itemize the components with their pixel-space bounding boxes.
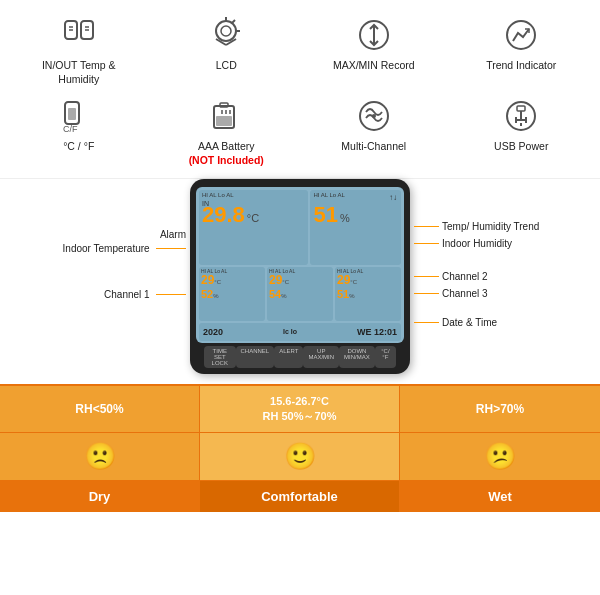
comfortable-range-cell: 15.6-26.7°CRH 50%～70% (200, 386, 400, 433)
lcd-separators: Ic Io (283, 328, 297, 335)
lcd-hum-unit: % (340, 212, 350, 224)
feature-lcd: LCD (153, 10, 301, 91)
svg-point-6 (216, 21, 236, 41)
dry-face-cell: 🙁 (0, 433, 200, 480)
feature-maxmin: MAX/MIN Record (300, 10, 448, 91)
channel3-annotation: Channel 3 (414, 288, 600, 299)
channel2-annotation: Channel 2 (414, 271, 600, 282)
lcd-datetime-right: WE 12:01 (357, 327, 397, 337)
date-time-annotation: Date & Time (414, 317, 600, 328)
lcd-label: LCD (216, 59, 237, 73)
indoor-hum-annotation: Indoor Humidity (414, 238, 600, 249)
maxmin-label: MAX/MIN Record (333, 59, 415, 73)
dry-label-text: Dry (89, 489, 111, 504)
maxmin-icon (354, 15, 394, 55)
svg-rect-28 (517, 106, 525, 111)
comfortable-face-icon: 🙂 (284, 441, 316, 472)
alarm-indoor-text: AlarmIndoor Temperature (63, 229, 186, 254)
trend-label: Trend Indicator (486, 59, 556, 73)
lcd-top-row: HI AL Lo AL IN 29.8 °C HI AL Lo AL 51 % (199, 190, 401, 266)
features-grid: IN/OUT Temp &Humidity LCD MAX/M (0, 0, 600, 179)
ch3-hum-unit: % (349, 293, 354, 299)
lcd-screen: HI AL Lo AL IN 29.8 °C HI AL Lo AL 51 % (196, 187, 404, 343)
svg-point-7 (221, 26, 231, 36)
dry-label-cell: Dry (0, 481, 200, 512)
date-time-text: Date & Time (442, 317, 497, 328)
humidity-labels-row: Dry Comfortable Wet (0, 481, 600, 512)
usb-label: USB Power (494, 140, 548, 154)
dry-face-icon: 🙁 (84, 441, 116, 472)
wet-face-cell: 😕 (400, 433, 600, 480)
device-buttons: TIME SETLOCK CHANNEL ALERT UPMAX/MIN DOW… (196, 346, 404, 368)
wet-range-text: RH>70% (476, 402, 524, 416)
humidity-section: RH<50% 15.6-26.7°CRH 50%～70% RH>70% 🙁 🙂 … (0, 384, 600, 513)
svg-rect-21 (216, 116, 232, 126)
lcd-date-row: 2020 Ic Io WE 12:01 (199, 323, 401, 341)
wet-face-icon: 😕 (484, 441, 516, 472)
trend-icon (501, 15, 541, 55)
btn-down[interactable]: DOWNMIN/MAX (339, 346, 375, 368)
multichannel-icon (354, 96, 394, 136)
cf-label: °C / °F (63, 140, 94, 154)
lcd-channel-1: HI AL Lo AL 29 °C 52 % (199, 267, 265, 320)
svg-line-10 (232, 20, 235, 23)
lcd-main-humidity: HI AL Lo AL 51 % ↑↓ (310, 190, 401, 266)
ch2-hum-unit: % (281, 293, 286, 299)
feature-cf: C/F °C / °F (5, 91, 153, 172)
wet-range-cell: RH>70% (400, 386, 600, 433)
ch3-hum: 51 (337, 288, 349, 300)
feature-battery: AAA Battery(NOT Included) (153, 91, 301, 172)
btn-channel[interactable]: CHANNEL (236, 346, 275, 368)
ch2-hum: 54 (269, 288, 281, 300)
channel3-text: Channel 3 (442, 288, 488, 299)
comfortable-label-text: Comfortable (261, 489, 338, 504)
battery-icon (206, 96, 246, 136)
ch1-hum-unit: % (213, 293, 218, 299)
wet-label-text: Wet (488, 489, 512, 504)
lcd-trend-arrow: ↑↓ (389, 193, 397, 202)
lcd-channels-row: HI AL Lo AL 29 °C 52 % HI AL Lo AL 29 °C (199, 267, 401, 320)
dry-range-text: RH<50% (75, 402, 123, 416)
btn-up[interactable]: UPMAX/MIN (303, 346, 339, 368)
comfortable-range-text: 15.6-26.7°CRH 50%～70% (263, 394, 337, 425)
lcd-in-label: IN (202, 200, 209, 207)
ch2-temp: 29 (269, 274, 282, 287)
lcd-main-temp-value: 29.8 (202, 204, 245, 226)
alarm-indoor-annotation: AlarmIndoor Temperature (63, 227, 186, 255)
feature-trend: Trend Indicator (448, 10, 596, 91)
btn-cf[interactable]: °C/°F (375, 346, 396, 368)
comfortable-face-cell: 🙂 (200, 433, 400, 480)
left-annotations: AlarmIndoor Temperature Channel 1 (0, 179, 190, 384)
channel1-text: Channel 1 (104, 289, 150, 300)
feature-usb: USB Power (448, 91, 596, 172)
btn-alert[interactable]: ALERT (274, 346, 303, 368)
wet-label-cell: Wet (400, 481, 600, 512)
feature-multichannel: Multi-Channel (300, 91, 448, 172)
dry-range-cell: RH<50% (0, 386, 200, 433)
humidity-faces-row: 🙁 🙂 😕 (0, 433, 600, 481)
channel1-annotation: Channel 1 (104, 287, 186, 301)
lcd-channel-2: HI AL Lo AL 29 °C 54 % (267, 267, 333, 320)
ch1-hum: 52 (201, 288, 213, 300)
temp-hum-trend-annotation: Temp/ Humidity Trend (414, 221, 600, 232)
humidity-ranges-row: RH<50% 15.6-26.7°CRH 50%～70% RH>70% (0, 386, 600, 434)
svg-text:C/F: C/F (63, 124, 78, 134)
svg-point-26 (372, 114, 376, 118)
btn-time-set[interactable]: TIME SETLOCK (204, 346, 236, 368)
usb-icon (501, 96, 541, 136)
battery-label: AAA Battery(NOT Included) (189, 140, 264, 167)
lcd-main-temp: HI AL Lo AL IN 29.8 °C (199, 190, 308, 266)
channel2-text: Channel 2 (442, 271, 488, 282)
comfortable-label-cell: Comfortable (200, 481, 400, 512)
ch2-unit: °C (282, 279, 289, 285)
right-annotations: Temp/ Humidity Trend Indoor Humidity Cha… (410, 179, 600, 384)
in-out-icon (59, 15, 99, 55)
feature-in-out: IN/OUT Temp &Humidity (5, 10, 153, 91)
cf-icon: C/F (59, 96, 99, 136)
lcd-alarm-left: HI AL Lo AL (202, 192, 305, 198)
indoor-hum-text: Indoor Humidity (442, 238, 512, 249)
ch1-unit: °C (214, 279, 221, 285)
in-out-label: IN/OUT Temp &Humidity (42, 59, 116, 86)
lcd-temp-unit: °C (247, 212, 259, 224)
temp-hum-trend-text: Temp/ Humidity Trend (442, 221, 539, 232)
